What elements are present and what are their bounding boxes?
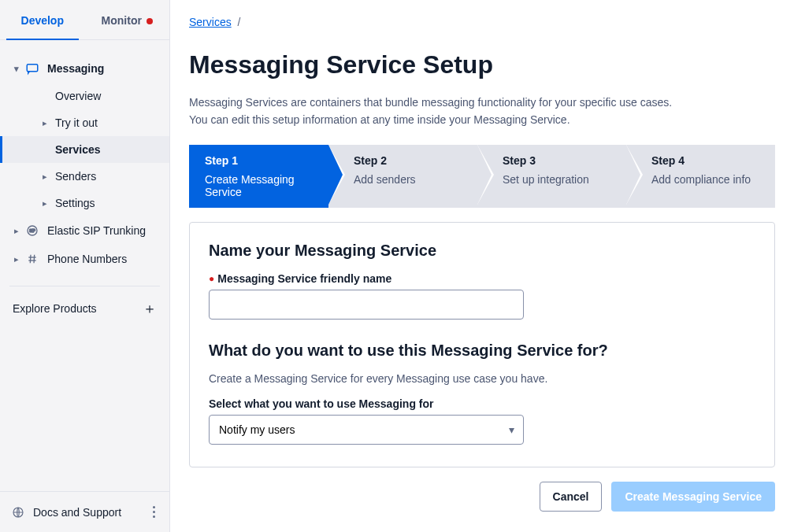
sidebar-item-label: Elastic SIP Trunking <box>47 224 146 238</box>
chevron-right-icon: ▸ <box>11 254 22 264</box>
sidebar-item-label: Settings <box>55 197 95 209</box>
sidebar-item-label: Explore Products <box>13 302 97 315</box>
breadcrumb: Services / <box>189 16 775 28</box>
tab-monitor-label: Monitor <box>102 14 142 27</box>
sidebar-item-overview[interactable]: Overview <box>0 83 169 109</box>
page-description: Messaging Services are containers that b… <box>189 94 775 129</box>
sidebar-item-label: Overview <box>55 90 101 102</box>
hash-icon <box>25 252 39 266</box>
messaging-icon <box>25 61 39 76</box>
sidebar-item-label: Phone Numbers <box>47 253 127 265</box>
page-desc-line: You can edit this setup information at a… <box>189 113 570 126</box>
sidebar-item-label: Senders <box>55 170 96 183</box>
svg-text:SIP: SIP <box>29 229 35 233</box>
sidebar-item-settings[interactable]: ▸ Settings <box>0 190 169 216</box>
sidebar-item-messaging[interactable]: ▾ Messaging <box>0 54 169 83</box>
step-label: Step 4 <box>651 154 766 167</box>
sidebar-item-label: Services <box>55 143 101 156</box>
sidebar-tabs: Develop Monitor <box>0 0 169 40</box>
purpose-select[interactable]: Notify my users <box>209 415 524 445</box>
sidebar-nav: ▾ Messaging Overview ▸ Try it out Servic… <box>0 40 169 491</box>
step-2[interactable]: Step 2 Add senders <box>328 145 477 208</box>
globe-icon <box>11 505 25 519</box>
breadcrumb-services[interactable]: Services <box>189 16 232 28</box>
page-desc-line: Messaging Services are containers that b… <box>189 96 672 109</box>
required-indicator: ● <box>209 273 214 284</box>
sidebar-item-phone-numbers[interactable]: ▸ Phone Numbers <box>0 245 169 273</box>
chevron-right-icon: ▸ <box>39 198 50 209</box>
tab-monitor[interactable]: Monitor <box>85 0 170 39</box>
notification-dot-icon <box>147 18 153 24</box>
tab-develop[interactable]: Develop <box>0 0 85 39</box>
step-label: Step 3 <box>503 154 617 167</box>
svg-rect-0 <box>27 65 38 72</box>
step-3[interactable]: Step 3 Set up integration <box>477 145 626 208</box>
sidebar-item-sip-trunking[interactable]: ▸ SIP Elastic SIP Trunking <box>0 216 169 245</box>
cancel-button[interactable]: Cancel <box>540 482 603 512</box>
step-label: Step 1 <box>205 154 319 167</box>
step-label: Step 2 <box>354 154 468 167</box>
purpose-heading: What do you want to use this Messaging S… <box>209 342 755 360</box>
sidebar-item-senders[interactable]: ▸ Senders <box>0 163 169 190</box>
step-4[interactable]: Step 4 Add compliance info <box>626 145 775 208</box>
chevron-right-icon: ▸ <box>11 226 22 236</box>
breadcrumb-separator: / <box>238 16 241 28</box>
step-desc: Create Messaging Service <box>205 173 319 198</box>
friendly-name-label: ● Messaging Service friendly name <box>209 272 755 285</box>
friendly-name-input[interactable] <box>209 290 524 320</box>
sip-icon: SIP <box>25 224 39 238</box>
step-desc: Add compliance info <box>651 173 766 186</box>
sidebar-footer: Docs and Support <box>0 491 169 532</box>
purpose-helper: Create a Messaging Service for every Mes… <box>209 372 755 385</box>
sidebar-item-services[interactable]: Services <box>0 136 169 163</box>
chevron-right-icon: ▸ <box>39 118 50 128</box>
page-title: Messaging Service Setup <box>189 50 775 79</box>
field-label-text: Select what you want to use Messaging fo… <box>209 397 434 410</box>
action-bar: Cancel Create Messaging Service <box>189 482 775 512</box>
chevron-down-icon: ▾ <box>11 64 22 74</box>
step-desc: Add senders <box>354 173 468 186</box>
create-messaging-service-button[interactable]: Create Messaging Service <box>611 482 775 512</box>
setup-card: Name your Messaging Service ● Messaging … <box>189 222 775 467</box>
setup-stepper: Step 1 Create Messaging Service Step 2 A… <box>189 145 775 208</box>
sidebar: Develop Monitor ▾ Messaging Overview ▸ T… <box>0 0 170 532</box>
divider <box>9 286 160 286</box>
step-1[interactable]: Step 1 Create Messaging Service <box>189 145 328 208</box>
plus-icon: ＋ <box>143 299 157 318</box>
purpose-label: Select what you want to use Messaging fo… <box>209 397 755 410</box>
chevron-right-icon: ▸ <box>39 172 50 182</box>
sidebar-item-try-it-out[interactable]: ▸ Try it out <box>0 109 169 136</box>
sidebar-item-label: Messaging <box>47 62 104 75</box>
svg-line-6 <box>34 255 35 264</box>
name-service-heading: Name your Messaging Service <box>209 242 755 260</box>
step-desc: Set up integration <box>503 173 617 186</box>
main-content: Services / Messaging Service Setup Messa… <box>170 0 794 532</box>
kebab-menu-icon[interactable] <box>150 503 158 521</box>
sidebar-item-label: Try it out <box>55 116 98 129</box>
docs-and-support[interactable]: Docs and Support <box>11 505 121 519</box>
sidebar-explore-products[interactable]: Explore Products ＋ <box>0 299 169 318</box>
svg-line-5 <box>30 255 31 264</box>
sidebar-item-label: Docs and Support <box>33 506 121 519</box>
field-label-text: Messaging Service friendly name <box>217 272 391 285</box>
